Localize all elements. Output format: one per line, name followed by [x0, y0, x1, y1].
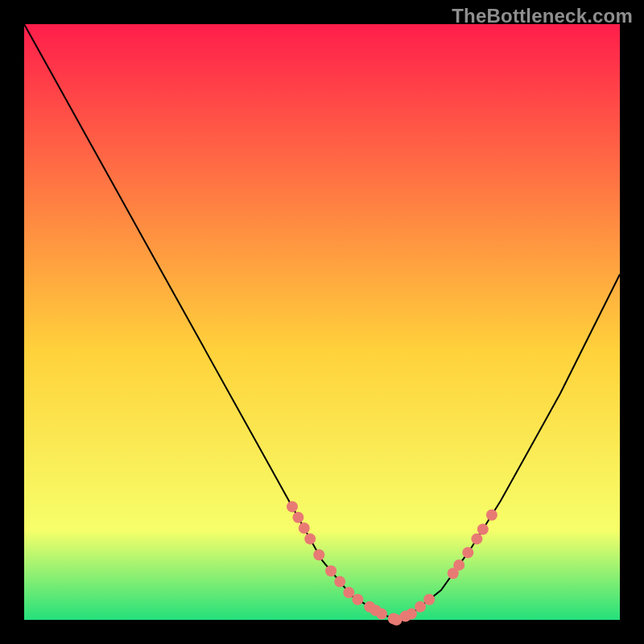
highlight-dot [477, 524, 489, 535]
highlight-dot [325, 565, 336, 576]
highlight-dot [486, 510, 497, 521]
chart-svg [0, 0, 644, 644]
highlight-dot [304, 533, 316, 544]
highlight-dot [453, 559, 464, 571]
highlight-dot [313, 549, 324, 560]
highlight-dot [376, 609, 387, 620]
highlight-dot [471, 533, 482, 544]
highlight-dot [406, 609, 417, 620]
chart-frame: { "watermark": "TheBottleneck.com", "col… [0, 0, 644, 644]
highlight-dot [343, 587, 354, 598]
highlight-dot [352, 594, 363, 605]
highlight-dot [423, 594, 435, 605]
highlight-dot [462, 547, 473, 558]
watermark-text: TheBottleneck.com [452, 5, 633, 27]
highlight-dot [299, 522, 310, 534]
highlight-dot [334, 576, 345, 588]
highlight-dot [292, 512, 303, 523]
highlight-dot [287, 501, 298, 512]
highlight-dot [415, 601, 426, 613]
plot-background [24, 24, 620, 620]
